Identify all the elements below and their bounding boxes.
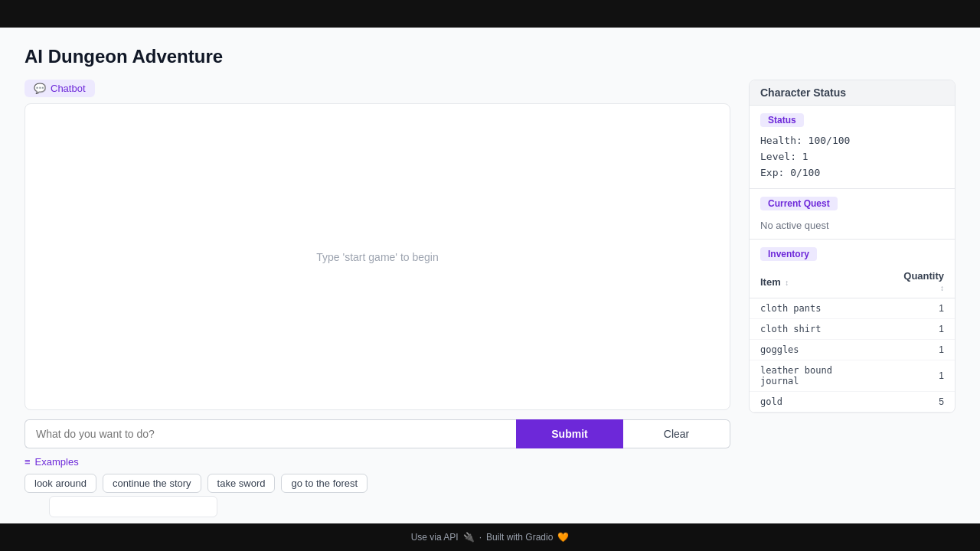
footer-sep: · <box>479 532 482 543</box>
chatbot-tab[interactable]: 💬 Chatbot <box>24 80 95 97</box>
main-container: AI Dungeon Adventure 💬 Chatbot Type 'sta… <box>0 28 980 523</box>
api-icon: 🔌 <box>463 532 475 543</box>
left-panel: 💬 Chatbot Type 'start game' to begin Sub… <box>24 80 730 493</box>
input-row: Submit Clear <box>24 419 730 448</box>
status-card-title: Character Status <box>750 80 955 106</box>
examples-section: ≡ Examples look around continue the stor… <box>24 456 730 493</box>
item-qty: 1 <box>885 298 955 319</box>
status-section: Status Health: 100/100 Level: 1 Exp: 0/1… <box>750 106 955 189</box>
inventory-section: Inventory Item ↕ Quantity ↕ <box>750 240 955 412</box>
quest-text: No active quest <box>760 220 944 231</box>
content-row: 💬 Chatbot Type 'start game' to begin Sub… <box>24 80 956 493</box>
item-name: cloth pants <box>750 298 885 319</box>
right-panel: Character Status Status Health: 100/100 … <box>749 80 956 493</box>
item-name: cloth shirt <box>750 319 885 340</box>
col-quantity: Quantity ↕ <box>885 266 955 298</box>
qty-sort-icon: ↕ <box>940 284 944 292</box>
example-pill-2[interactable]: take sword <box>207 474 276 493</box>
chatbot-tab-icon: 💬 <box>34 83 46 94</box>
api-text: Use via API <box>411 532 459 543</box>
bottom-text-box[interactable] <box>49 496 217 517</box>
example-pill-3[interactable]: go to the forest <box>281 474 368 493</box>
page-title: AI Dungeon Adventure <box>24 46 956 67</box>
table-row: cloth shirt 1 <box>750 319 955 340</box>
status-health: Health: 100/100 Level: 1 Exp: 0/100 <box>760 133 944 181</box>
status-card: Character Status Status Health: 100/100 … <box>749 80 956 413</box>
examples-label: Examples <box>35 456 79 468</box>
chat-placeholder: Type 'start game' to begin <box>316 251 438 263</box>
examples-pills: look around continue the story take swor… <box>24 474 730 493</box>
item-qty: 1 <box>885 319 955 340</box>
clear-button[interactable]: Clear <box>623 419 730 448</box>
chatbot-tab-label: Chatbot <box>51 83 86 94</box>
chatbot-tab-bar: 💬 Chatbot <box>24 80 730 97</box>
col-item: Item ↕ <box>750 266 885 298</box>
item-qty: 1 <box>885 360 955 392</box>
chat-input[interactable] <box>24 419 516 448</box>
built-icon: 🧡 <box>557 532 569 543</box>
quest-section: Current Quest No active quest <box>750 189 955 240</box>
item-qty: 5 <box>885 392 955 412</box>
inventory-label: Inventory <box>760 247 817 261</box>
bottom-input-area <box>24 493 956 523</box>
item-qty: 1 <box>885 340 955 360</box>
submit-button[interactable]: Submit <box>516 419 623 448</box>
footer: Use via API 🔌 · Built with Gradio 🧡 <box>0 523 980 551</box>
quest-label: Current Quest <box>760 197 838 210</box>
status-label: Status <box>760 113 804 127</box>
table-row: leather bound journal 1 <box>750 360 955 392</box>
example-pill-0[interactable]: look around <box>24 474 96 493</box>
table-row: gold 5 <box>750 392 955 412</box>
examples-icon: ≡ <box>24 456 31 468</box>
item-name: leather bound journal <box>750 360 885 392</box>
inventory-table: Item ↕ Quantity ↕ cloth pants <box>750 266 955 412</box>
built-text: Built with Gradio <box>486 532 553 543</box>
top-bar <box>0 0 980 28</box>
chat-area: Type 'start game' to begin <box>24 103 730 410</box>
examples-header: ≡ Examples <box>24 456 730 468</box>
item-sort-icon: ↕ <box>785 279 789 287</box>
example-pill-1[interactable]: continue the story <box>103 474 201 493</box>
table-row: goggles 1 <box>750 340 955 360</box>
table-row: cloth pants 1 <box>750 298 955 319</box>
item-name: goggles <box>750 340 885 360</box>
item-name: gold <box>750 392 885 412</box>
